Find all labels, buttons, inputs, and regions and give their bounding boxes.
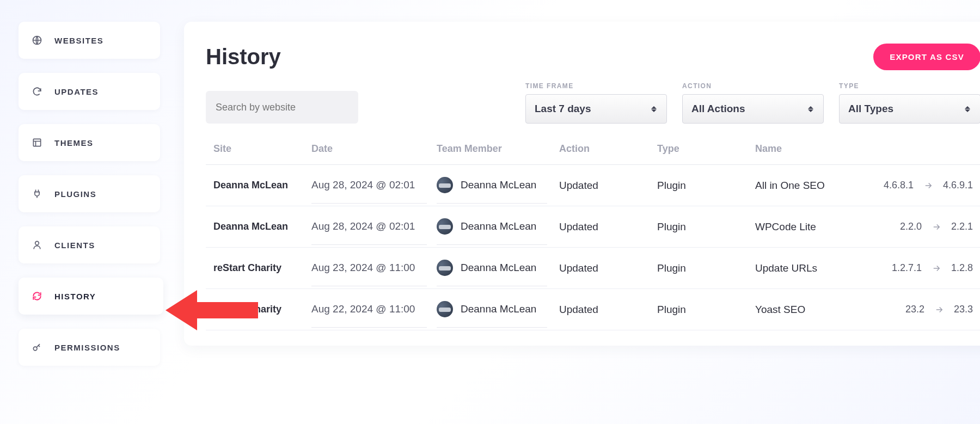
plug-icon	[32, 188, 42, 199]
avatar	[437, 177, 453, 193]
cell-version: 1.2.7.11.2.8	[848, 262, 973, 274]
filter-label-action: ACTION	[682, 82, 824, 90]
person-icon	[32, 239, 42, 250]
refresh-icon	[32, 86, 42, 97]
sidebar: WEBSITES UPDATES THEMES	[19, 22, 160, 366]
layout-icon	[32, 137, 42, 148]
arrow-right-icon	[932, 263, 941, 273]
member-name: Deanna McLean	[461, 262, 536, 274]
arrow-right-icon	[934, 305, 944, 315]
cell-version: 23.223.3	[848, 304, 973, 315]
sidebar-item-label: CLIENTS	[54, 241, 95, 250]
cell-date: Aug 28, 2024 @ 02:01	[311, 220, 427, 245]
globe-icon	[32, 35, 42, 46]
col-team-member: Team Member	[437, 143, 559, 155]
cell-name: All in One SEO	[755, 180, 848, 192]
cell-action: Updated	[559, 304, 657, 316]
table-row: reStart CharityAug 23, 2024 @ 11:00Deann…	[206, 248, 980, 289]
history-table: Site Date Team Member Action Type Name D…	[206, 143, 980, 330]
version-from: 1.2.7.1	[892, 262, 922, 274]
sidebar-item-themes[interactable]: THEMES	[19, 124, 160, 161]
avatar	[437, 301, 453, 317]
select-value: All Types	[848, 103, 965, 115]
arrow-right-icon	[923, 181, 933, 191]
cell-version: 2.2.02.2.1	[848, 221, 973, 232]
svg-point-3	[33, 347, 37, 351]
version-from: 23.2	[905, 304, 924, 315]
sidebar-item-label: UPDATES	[54, 87, 99, 96]
version-from: 2.2.0	[900, 221, 922, 232]
sidebar-item-label: PLUGINS	[54, 189, 96, 199]
avatar	[437, 260, 453, 276]
table-row: reStart CharityAug 22, 2024 @ 11:00Deann…	[206, 289, 980, 330]
arrow-right-icon	[932, 222, 941, 232]
sidebar-item-label: PERMISSIONS	[54, 343, 120, 352]
avatar	[437, 218, 453, 235]
cell-site: Deanna McLean	[213, 180, 311, 191]
cell-member: Deanna McLean	[437, 260, 547, 286]
select-value: All Actions	[691, 103, 808, 115]
sidebar-item-history[interactable]: HISTORY	[19, 278, 163, 315]
member-name: Deanna McLean	[461, 179, 536, 191]
cell-action: Updated	[559, 262, 657, 274]
chevron-updown-icon	[808, 105, 814, 113]
chevron-updown-icon	[965, 105, 971, 113]
table-row: Deanna McLeanAug 28, 2024 @ 02:01Deanna …	[206, 165, 980, 206]
cell-site: reStart Charity	[213, 262, 311, 274]
cell-date: Aug 22, 2024 @ 11:00	[311, 303, 427, 328]
key-icon	[32, 342, 42, 353]
select-value: Last 7 days	[535, 103, 651, 115]
type-select[interactable]: All Types	[839, 94, 980, 124]
member-name: Deanna McLean	[461, 220, 536, 232]
cell-type: Plugin	[657, 304, 755, 316]
page-title: History	[206, 45, 281, 69]
search-wrap	[206, 91, 358, 124]
cell-site: reStart Charity	[213, 304, 311, 315]
cell-type: Plugin	[657, 262, 755, 274]
sidebar-item-websites[interactable]: WEBSITES	[19, 22, 160, 59]
sidebar-item-label: WEBSITES	[54, 36, 103, 45]
sidebar-item-permissions[interactable]: PERMISSIONS	[19, 329, 160, 366]
cell-type: Plugin	[657, 221, 755, 233]
filter-label-type: TYPE	[839, 82, 980, 90]
refresh-icon	[32, 291, 42, 302]
table-row: Deanna McLeanAug 28, 2024 @ 02:01Deanna …	[206, 206, 980, 248]
version-to: 2.2.1	[951, 221, 973, 232]
version-to: 4.6.9.1	[943, 180, 973, 191]
col-date: Date	[311, 143, 437, 155]
action-select[interactable]: All Actions	[682, 94, 824, 124]
chevron-updown-icon	[651, 105, 658, 113]
col-action: Action	[559, 143, 657, 155]
cell-type: Plugin	[657, 180, 755, 192]
col-site: Site	[213, 143, 311, 155]
col-name: Name	[755, 143, 848, 155]
col-type: Type	[657, 143, 755, 155]
filter-label-timeframe: TIME FRAME	[525, 82, 667, 90]
table-header: Site Date Team Member Action Type Name	[206, 143, 980, 165]
sidebar-item-label: HISTORY	[54, 292, 96, 301]
timeframe-select[interactable]: Last 7 days	[525, 94, 667, 124]
cell-site: Deanna McLean	[213, 221, 311, 232]
cell-member: Deanna McLean	[437, 177, 547, 204]
sidebar-item-updates[interactable]: UPDATES	[19, 73, 160, 110]
member-name: Deanna McLean	[461, 303, 536, 315]
sidebar-item-plugins[interactable]: PLUGINS	[19, 175, 160, 212]
cell-date: Aug 28, 2024 @ 02:01	[311, 179, 427, 204]
cell-date: Aug 23, 2024 @ 11:00	[311, 262, 427, 286]
cell-name: Update URLs	[755, 262, 848, 274]
cell-action: Updated	[559, 180, 657, 192]
cell-member: Deanna McLean	[437, 218, 547, 245]
export-csv-button[interactable]: EXPORT AS CSV	[873, 44, 980, 70]
search-input[interactable]	[206, 91, 358, 124]
cell-action: Updated	[559, 221, 657, 233]
version-from: 4.6.8.1	[884, 180, 914, 191]
cell-version: 4.6.8.14.6.9.1	[848, 180, 973, 191]
cell-name: Yoast SEO	[755, 304, 848, 316]
svg-point-2	[35, 241, 39, 245]
svg-rect-1	[33, 139, 40, 146]
sidebar-item-label: THEMES	[54, 138, 94, 148]
sidebar-item-clients[interactable]: CLIENTS	[19, 226, 160, 263]
history-panel: History EXPORT AS CSV TIME FRAME Last 7 …	[184, 22, 980, 346]
version-to: 1.2.8	[951, 262, 973, 274]
cell-name: WPCode Lite	[755, 221, 848, 233]
